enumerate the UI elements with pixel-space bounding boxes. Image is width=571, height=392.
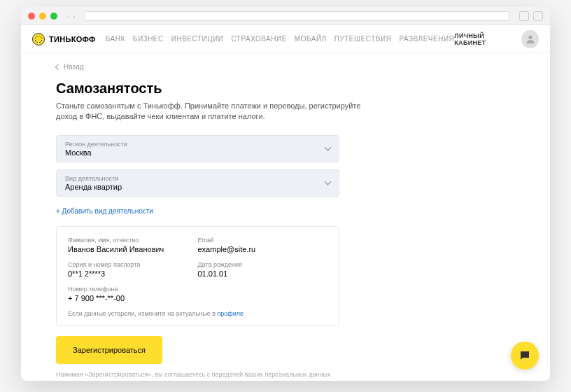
- nav-invest[interactable]: ИНВЕСТИЦИИ: [171, 35, 224, 43]
- region-value: Москва: [65, 148, 325, 157]
- browser-forward[interactable]: ›: [73, 12, 76, 20]
- page-content: Назад Самозанятость Станьте самозанятым …: [21, 53, 550, 381]
- chevron-down-icon: [325, 144, 332, 151]
- chevron-left-icon: [55, 64, 61, 69]
- page-title: Самозанятость: [56, 80, 515, 97]
- region-select[interactable]: Регион деятельности Москва: [56, 135, 339, 162]
- browser-tabs-icon[interactable]: [533, 11, 543, 21]
- app-window: ‹ › ТИНЬКОФФ БАНК БИЗНЕС ИНВЕСТИЦИИ СТРА…: [21, 7, 550, 381]
- nav-account[interactable]: ЛИЧНЫЙ КАБИНЕТ: [454, 32, 514, 46]
- info-note: Если данные устарели, измените на актуал…: [68, 310, 327, 317]
- back-link[interactable]: Назад: [56, 63, 515, 71]
- passport-label: Серия и номер паспорта: [68, 261, 198, 268]
- nav-mobile[interactable]: МОБАЙЛ: [295, 35, 327, 43]
- brand-name: ТИНЬКОФФ: [49, 35, 96, 43]
- avatar[interactable]: [521, 30, 539, 48]
- email-label: Email: [198, 237, 328, 244]
- back-label: Назад: [64, 63, 84, 71]
- main-nav: ТИНЬКОФФ БАНК БИЗНЕС ИНВЕСТИЦИИ СТРАХОВА…: [21, 25, 550, 53]
- chat-button[interactable]: [511, 342, 539, 370]
- nav-business[interactable]: БИЗНЕС: [133, 35, 164, 43]
- name-value: Иванов Василий Иванович: [68, 245, 198, 253]
- logo[interactable]: ТИНЬКОФФ: [32, 33, 96, 46]
- user-icon: [525, 34, 536, 45]
- window-minimize[interactable]: [39, 13, 46, 20]
- add-activity-link[interactable]: + Добавить вид деятельности: [56, 207, 153, 215]
- chevron-down-icon: [325, 178, 332, 186]
- page-subtitle: Станьте самозанятым с Тинькофф. Принимай…: [56, 101, 364, 122]
- browser-back[interactable]: ‹: [67, 12, 70, 20]
- phone-label: Номер телефона: [68, 286, 327, 293]
- region-label: Регион деятельности: [65, 141, 325, 148]
- logo-icon: [32, 33, 45, 46]
- address-bar[interactable]: [85, 11, 509, 21]
- personal-info-card: Фамилия, имя, отчество Иванов Василий Ив…: [56, 226, 339, 326]
- window-maximize[interactable]: [50, 13, 57, 20]
- dob-label: Дата рождения: [198, 261, 328, 268]
- name-label: Фамилия, имя, отчество: [68, 237, 198, 244]
- nav-travel[interactable]: ПУТЕШЕСТВИЯ: [334, 35, 392, 43]
- browser-share-icon[interactable]: [519, 11, 529, 21]
- titlebar: ‹ ›: [21, 7, 550, 25]
- activity-value: Аренда квартир: [65, 183, 325, 191]
- phone-value: + 7 900 ***-**-00: [68, 294, 327, 302]
- submit-button[interactable]: Зарегистрироваться: [56, 336, 162, 364]
- email-value: example@site.ru: [198, 245, 328, 253]
- nav-entertainment[interactable]: РАЗВЛЕЧЕНИЯ: [399, 35, 454, 43]
- legal-text: Нажимая «Зарегистрироваться», вы соглаша…: [56, 371, 515, 378]
- svg-point-0: [528, 35, 532, 38]
- activity-label: Вид деятельности: [65, 175, 325, 182]
- profile-link[interactable]: профиле: [217, 310, 244, 317]
- passport-value: 0**1 2****3: [68, 270, 198, 278]
- nav-insurance[interactable]: СТРАХОВАНИЕ: [231, 35, 286, 43]
- chat-icon: [519, 349, 531, 362]
- dob-value: 01.01.01: [198, 270, 328, 278]
- window-close[interactable]: [28, 13, 35, 20]
- nav-bank[interactable]: БАНК: [106, 35, 125, 43]
- activity-select[interactable]: Вид деятельности Аренда квартир: [56, 169, 339, 197]
- browser-nav: ‹ ›: [67, 12, 75, 20]
